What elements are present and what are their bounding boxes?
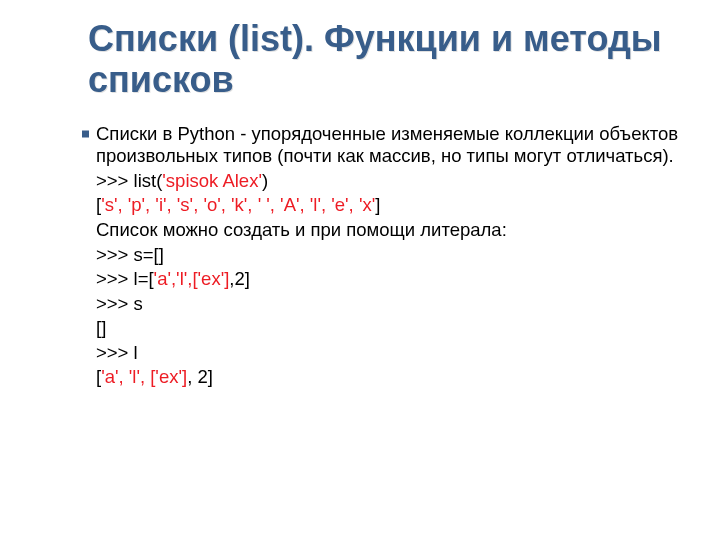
code-line-1: >>> list('spisok Alex') bbox=[96, 170, 688, 193]
code-line-3: >>> l=['a','l',['ex'],2] bbox=[96, 268, 688, 291]
bracket: ] bbox=[375, 194, 380, 215]
code-line-2: >>> s=[] bbox=[96, 244, 688, 267]
slide-title: Списки (list). Функции и методы списков bbox=[88, 18, 688, 101]
code-line-5: >>> l bbox=[96, 342, 688, 365]
code-text: ,2] bbox=[229, 268, 250, 289]
intro-paragraph: Списки в Python - упорядоченные изменяем… bbox=[96, 123, 688, 168]
slide-body: Списки в Python - упорядоченные изменяем… bbox=[96, 123, 688, 389]
bullet-icon bbox=[82, 130, 89, 137]
string-literal: 'spisok Alex' bbox=[162, 170, 262, 191]
output-line-2: [] bbox=[96, 317, 688, 340]
code-text: >>> list( bbox=[96, 170, 162, 191]
list-items: 'a', 'l', ['ex'] bbox=[101, 366, 187, 387]
code-text: >>> l=[ bbox=[96, 268, 154, 289]
output-line-3: ['a', 'l', ['ex'], 2] bbox=[96, 366, 688, 389]
code-line-4: >>> s bbox=[96, 293, 688, 316]
slide: Списки (list). Функции и методы списков … bbox=[0, 0, 720, 540]
output-line-1: ['s', 'p', 'i', 's', 'o', 'k', ' ', 'A',… bbox=[96, 194, 688, 217]
string-literal: 'a','l',['ex'] bbox=[154, 268, 230, 289]
text-line-literal: Список можно создать и при помощи литера… bbox=[96, 219, 688, 242]
code-text: ) bbox=[262, 170, 268, 191]
list-tail: , 2] bbox=[187, 366, 213, 387]
list-items: 's', 'p', 'i', 's', 'o', 'k', ' ', 'A', … bbox=[101, 194, 375, 215]
intro-text: Списки в Python - упорядоченные изменяем… bbox=[96, 123, 678, 167]
